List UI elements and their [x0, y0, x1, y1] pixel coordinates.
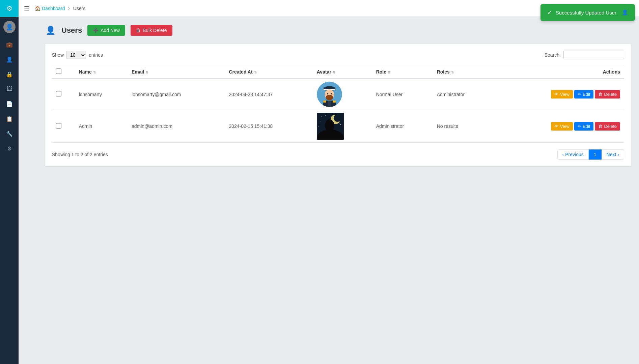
row1-checkbox[interactable]	[56, 91, 61, 96]
svg-rect-10	[328, 101, 331, 107]
svg-point-8	[331, 93, 332, 94]
row2-actions: 👁 View ✏ Edit 🗑 Delete	[494, 110, 624, 143]
row1-actions: 👁 View ✏ Edit 🗑 Delete	[494, 79, 624, 110]
users-card: Show 10 25 50 100 entries Search:	[45, 44, 631, 166]
breadcrumb-current: Users	[73, 6, 86, 11]
sidebar-item-document[interactable]: 📄	[0, 96, 19, 111]
header-avatar[interactable]: Avatar	[313, 65, 372, 79]
row2-view-button[interactable]: 👁 View	[551, 122, 573, 131]
users-table: Name Email Created At Avatar Role Roles …	[52, 65, 624, 143]
header-name[interactable]: Name	[75, 65, 128, 79]
svg-point-21	[320, 121, 321, 121]
row2-edit-button[interactable]: ✏ Edit	[574, 122, 593, 131]
svg-point-19	[322, 116, 322, 117]
entries-label: entries	[89, 52, 103, 58]
page-title: Users	[61, 26, 82, 35]
document-icon: 📄	[6, 101, 13, 107]
row2-checkbox-cell	[52, 110, 75, 143]
hamburger-icon[interactable]: ☰	[24, 5, 29, 12]
next-button[interactable]: Next ›	[602, 149, 624, 160]
sidebar-item-tools[interactable]: 🔧	[0, 126, 19, 141]
header-created-at[interactable]: Created At	[225, 65, 312, 79]
svg-point-7	[327, 93, 328, 94]
lock-icon: 🔒	[6, 71, 13, 78]
pencil-icon: ✏	[578, 92, 581, 97]
svg-rect-11	[323, 101, 326, 103]
home-icon: 🏠	[35, 6, 40, 11]
header-email[interactable]: Email	[128, 65, 225, 79]
row1-view-button[interactable]: 👁 View	[551, 90, 573, 99]
row1-edit-button[interactable]: ✏ Edit	[574, 90, 593, 99]
add-new-button[interactable]: ➕ Add New	[87, 25, 125, 36]
sidebar-user-avatar[interactable]: 👤	[3, 21, 16, 33]
next-label: Next	[607, 152, 616, 157]
edit-label: Edit	[583, 124, 590, 129]
row2-action-btns: 👁 View ✏ Edit 🗑 Delete	[498, 122, 620, 131]
avatar-icon: 👤	[6, 23, 13, 31]
page-header: 👤 Users ➕ Add New 🗑 Bulk Delete	[45, 25, 631, 36]
row1-checkbox-cell	[52, 79, 75, 110]
row2-avatar	[317, 113, 344, 140]
header-roles[interactable]: Roles	[433, 65, 494, 79]
image-icon: 🖼	[7, 86, 12, 92]
sidebar-item-settings[interactable]: ⚙	[0, 141, 19, 156]
file-icon: 📋	[6, 116, 13, 122]
eye-icon: 👁	[554, 124, 559, 129]
delete-label: Delete	[604, 92, 617, 97]
table-footer: Showing 1 to 2 of 2 entries ‹ Previous 1…	[52, 149, 624, 160]
row2-roles: No results	[433, 110, 494, 143]
row1-created-at: 2024-04-23 14:47:37	[225, 79, 312, 110]
row2-role: Administrator	[372, 110, 433, 143]
entries-select[interactable]: 10 25 50 100	[66, 51, 86, 59]
edit-label: Edit	[583, 92, 590, 97]
row2-delete-button[interactable]: 🗑 Delete	[595, 122, 620, 131]
view-label: View	[560, 124, 569, 129]
settings-icon: ⚙	[7, 145, 12, 152]
svg-point-15	[334, 114, 341, 122]
page-title-icon: 👤	[45, 25, 56, 36]
row2-name: Admin	[75, 110, 128, 143]
svg-point-22	[340, 124, 341, 125]
header-role[interactable]: Role	[372, 65, 433, 79]
svg-point-23	[318, 126, 319, 127]
show-label: Show	[52, 52, 64, 58]
previous-label: Previous	[565, 152, 583, 157]
user-icon: 👤	[6, 56, 13, 63]
bulk-delete-button[interactable]: 🗑 Bulk Delete	[131, 25, 172, 36]
toast-message: Successfully Updated User	[556, 10, 616, 16]
previous-button[interactable]: ‹ Previous	[557, 149, 589, 160]
row1-avatar-cell	[313, 79, 372, 110]
trash-icon: 🗑	[598, 124, 603, 129]
breadcrumb-dashboard-link[interactable]: 🏠 Dashboard	[35, 6, 65, 11]
search-label: Search:	[545, 52, 561, 58]
select-all-checkbox[interactable]	[56, 68, 61, 74]
svg-point-18	[325, 119, 334, 132]
table-body: lonsomarty lonsomarty@gmail.com 2024-04-…	[52, 79, 624, 143]
row1-avatar	[317, 82, 342, 107]
sidebar-item-image[interactable]: 🖼	[0, 82, 19, 96]
sidebar-item-user[interactable]: 👤	[0, 52, 19, 67]
sidebar-item-briefcase[interactable]: 💼	[0, 37, 19, 52]
briefcase-icon: 💼	[6, 41, 13, 48]
row2-checkbox[interactable]	[56, 123, 61, 129]
header-actions: Actions	[494, 65, 624, 79]
toast-notification: ✓ Successfully Updated User 👤	[540, 4, 635, 21]
sidebar-item-lock[interactable]: 🔒	[0, 67, 19, 82]
pagination: ‹ Previous 1 Next ›	[557, 149, 624, 160]
showing-text: Showing 1 to 2 of 2 entries	[52, 152, 108, 157]
plus-icon: ➕	[93, 28, 99, 33]
sidebar-item-file[interactable]: 📋	[0, 111, 19, 126]
table-header-row: Name Email Created At Avatar Role Roles …	[52, 65, 624, 79]
search-box: Search:	[545, 51, 624, 59]
search-input[interactable]	[563, 51, 624, 59]
add-new-label: Add New	[101, 28, 120, 33]
table-row: Admin admin@admin.com 2024-02-15 15:41:3…	[52, 110, 624, 143]
sidebar: ⚙ 👤 💼 👤 🔒 🖼 📄 📋 🔧 ⚙	[0, 0, 19, 364]
main-content: 👤 Users ➕ Add New 🗑 Bulk Delete Show 10 …	[37, 17, 639, 364]
page-1-button[interactable]: 1	[589, 149, 602, 160]
sidebar-logo[interactable]: ⚙	[0, 0, 19, 17]
row1-delete-button[interactable]: 🗑 Delete	[595, 90, 620, 99]
breadcrumb-separator: >	[68, 6, 71, 11]
trash-icon: 🗑	[598, 92, 603, 97]
pencil-icon: ✏	[578, 124, 581, 129]
